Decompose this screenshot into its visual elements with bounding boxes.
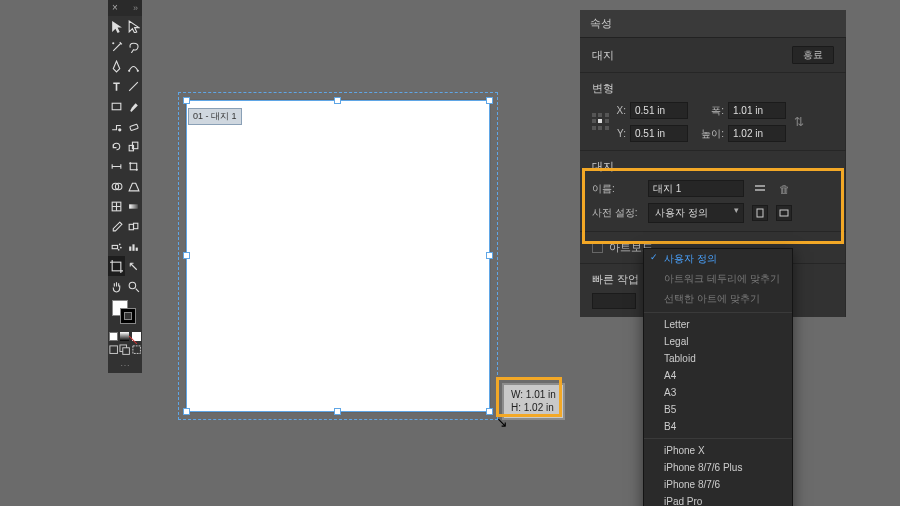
shaper-tool[interactable] bbox=[108, 116, 125, 136]
lasso-tool[interactable] bbox=[125, 36, 142, 56]
dropdown-item[interactable]: B4 bbox=[644, 418, 792, 435]
pen-tool[interactable] bbox=[108, 56, 125, 76]
svg-rect-32 bbox=[757, 209, 763, 217]
resize-handle-tl[interactable] bbox=[183, 97, 190, 104]
dropdown-item[interactable]: Letter bbox=[644, 316, 792, 333]
close-icon[interactable]: × bbox=[112, 3, 118, 13]
color-swatches[interactable] bbox=[108, 296, 142, 330]
dropdown-item[interactable]: iPhone 8/7/6 Plus bbox=[644, 459, 792, 476]
dropdown-item[interactable]: iPhone X bbox=[644, 442, 792, 459]
selection-tool[interactable] bbox=[108, 16, 125, 36]
column-graph-tool[interactable] bbox=[125, 236, 142, 256]
artboard-label[interactable]: 01 - 대지 1 bbox=[188, 108, 242, 125]
draw-behind-icon[interactable] bbox=[119, 342, 130, 358]
preset-landscape-icon[interactable] bbox=[776, 205, 792, 221]
artboard-tool[interactable] bbox=[108, 256, 125, 276]
width-tool[interactable] bbox=[108, 156, 125, 176]
dropdown-item-fit-bounds[interactable]: 아트워크 테두리에 맞추기 bbox=[644, 269, 792, 289]
dropdown-item[interactable]: B5 bbox=[644, 401, 792, 418]
resize-handle-br[interactable] bbox=[486, 408, 493, 415]
svg-rect-16 bbox=[134, 223, 138, 228]
draw-normal-icon[interactable] bbox=[108, 342, 119, 358]
dropdown-item[interactable]: iPad Pro bbox=[644, 493, 792, 506]
dropdown-item[interactable]: A3 bbox=[644, 384, 792, 401]
dropdown-item[interactable]: Legal bbox=[644, 333, 792, 350]
panel-tab-properties[interactable]: 속성 bbox=[580, 10, 846, 38]
zoom-tool[interactable] bbox=[125, 276, 142, 296]
dropdown-item[interactable]: A4 bbox=[644, 367, 792, 384]
artboard-options-icon[interactable] bbox=[752, 181, 768, 197]
hand-tool[interactable] bbox=[108, 276, 125, 296]
svg-rect-31 bbox=[755, 189, 765, 191]
type-tool[interactable] bbox=[108, 76, 125, 96]
stroke-swatch[interactable] bbox=[120, 308, 136, 324]
object-type-label: 대지 bbox=[592, 48, 614, 63]
svg-point-19 bbox=[120, 246, 122, 248]
variant-button[interactable]: 흥료 bbox=[792, 46, 834, 64]
svg-rect-26 bbox=[110, 346, 118, 354]
tooltip-h-label: H: bbox=[511, 402, 521, 413]
resize-handle-rc[interactable] bbox=[486, 252, 493, 259]
resize-handle-tc[interactable] bbox=[334, 97, 341, 104]
artboard-delete-icon[interactable]: 🗑 bbox=[776, 181, 792, 197]
dropdown-item[interactable]: Tabloid bbox=[644, 350, 792, 367]
eraser-tool[interactable] bbox=[125, 116, 142, 136]
y-input[interactable] bbox=[630, 125, 688, 142]
link-wh-icon[interactable]: ⇅ bbox=[794, 115, 804, 129]
paintbrush-tool[interactable] bbox=[125, 96, 142, 116]
mesh-tool[interactable] bbox=[108, 196, 125, 216]
rotate-tool[interactable] bbox=[108, 136, 125, 156]
preset-select[interactable]: 사용자 정의 bbox=[648, 203, 744, 223]
w-input[interactable] bbox=[728, 102, 786, 119]
rectangle-tool[interactable] bbox=[108, 96, 125, 116]
symbol-sprayer-tool[interactable] bbox=[108, 236, 125, 256]
tooltip-h-value: 1.02 in bbox=[524, 402, 554, 413]
eyedropper-tool[interactable] bbox=[108, 216, 125, 236]
direct-selection-tool[interactable] bbox=[125, 16, 142, 36]
transform-section: 변형 X: 폭: ⇅ Y: 높이: bbox=[580, 73, 846, 151]
dropdown-item-fit-selected[interactable]: 선택한 아트에 맞추기 bbox=[644, 289, 792, 309]
object-type-section: 대지 흥료 bbox=[580, 38, 846, 73]
gradient-tool[interactable] bbox=[125, 196, 142, 216]
move-artwork-checkbox[interactable] bbox=[592, 242, 603, 253]
artboard-name-label: 이름: bbox=[592, 182, 640, 196]
resize-handle-tr[interactable] bbox=[486, 97, 493, 104]
toolbar-header[interactable]: × » bbox=[108, 0, 142, 16]
dropdown-item[interactable]: iPhone 8/7/6 bbox=[644, 476, 792, 493]
resize-handle-bl[interactable] bbox=[183, 408, 190, 415]
toolbar-more[interactable]: ⋯ bbox=[108, 358, 142, 373]
curvature-tool[interactable] bbox=[125, 56, 142, 76]
dropdown-item-selected[interactable]: 사용자 정의 bbox=[644, 249, 792, 269]
h-label: 높이: bbox=[692, 127, 724, 141]
slice-tool[interactable] bbox=[125, 256, 142, 276]
svg-rect-17 bbox=[112, 245, 117, 248]
magic-wand-tool[interactable] bbox=[108, 36, 125, 56]
color-mode-row[interactable] bbox=[108, 330, 142, 342]
reference-point-grid[interactable] bbox=[592, 113, 610, 131]
artboard-name-input[interactable] bbox=[648, 180, 744, 197]
free-transform-tool[interactable] bbox=[125, 156, 142, 176]
scale-tool[interactable] bbox=[125, 136, 142, 156]
svg-rect-28 bbox=[123, 348, 130, 355]
shape-builder-tool[interactable] bbox=[108, 176, 125, 196]
svg-rect-15 bbox=[129, 224, 133, 229]
blend-tool[interactable] bbox=[125, 216, 142, 236]
artboard-canvas[interactable]: 01 - 대지 1 bbox=[186, 100, 490, 412]
perspective-tool[interactable] bbox=[125, 176, 142, 196]
resize-handle-lc[interactable] bbox=[183, 252, 190, 259]
preset-label: 사전 설정: bbox=[592, 206, 640, 220]
preset-portrait-icon[interactable] bbox=[752, 205, 768, 221]
collapse-icon[interactable]: » bbox=[133, 3, 138, 13]
screen-mode-row[interactable] bbox=[108, 342, 142, 358]
resize-handle-bc[interactable] bbox=[334, 408, 341, 415]
quick-actions-placeholder[interactable] bbox=[592, 293, 636, 309]
line-tool[interactable] bbox=[125, 76, 142, 96]
svg-point-20 bbox=[118, 248, 120, 250]
h-input[interactable] bbox=[728, 125, 786, 142]
svg-point-10 bbox=[136, 168, 138, 170]
preset-dropdown[interactable]: 사용자 정의 아트워크 테두리에 맞추기 선택한 아트에 맞추기 LetterL… bbox=[643, 248, 793, 506]
svg-point-18 bbox=[119, 243, 121, 245]
svg-rect-30 bbox=[755, 185, 765, 187]
w-label: 폭: bbox=[692, 104, 724, 118]
x-input[interactable] bbox=[630, 102, 688, 119]
